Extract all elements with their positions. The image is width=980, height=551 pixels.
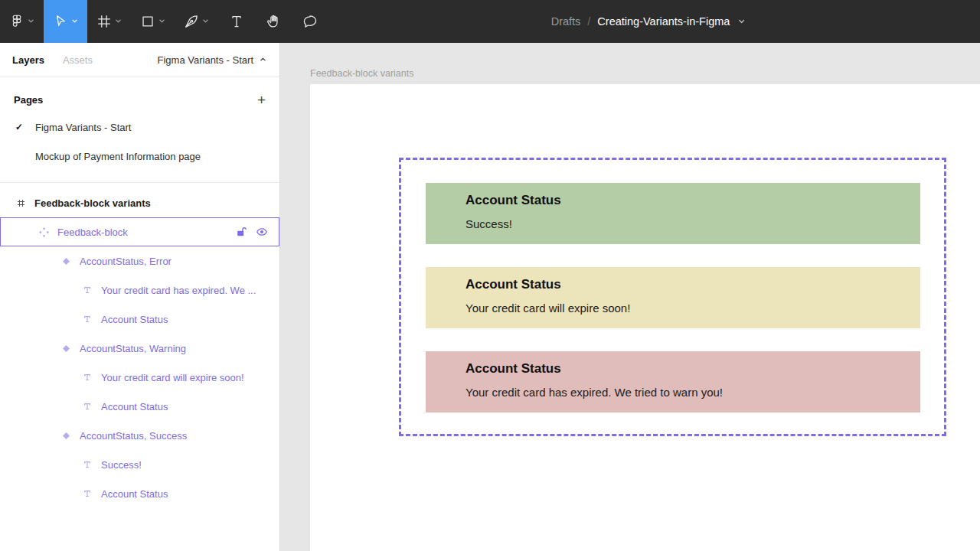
layer-name: Success! xyxy=(101,459,142,471)
variant-title: Account Status xyxy=(466,193,905,208)
page-item[interactable]: ✓Figma Variants - Start xyxy=(0,112,279,142)
page-item[interactable]: Mockup of Payment Information page xyxy=(0,142,279,171)
page-switcher-label: Figma Variants - Start xyxy=(158,54,253,66)
frame-tool[interactable] xyxy=(87,0,131,43)
layer-row-text[interactable]: Your credit card has expired. We ... xyxy=(0,276,279,305)
chevron-down-icon[interactable] xyxy=(737,15,746,28)
component-icon xyxy=(59,256,73,266)
text-icon xyxy=(80,401,94,412)
main-menu-button[interactable] xyxy=(0,0,44,43)
variant-card-error[interactable]: Account StatusYour credit card has expir… xyxy=(426,351,920,412)
page-name: Figma Variants - Start xyxy=(35,122,131,133)
chevron-down-icon xyxy=(114,16,122,28)
layer-row-text[interactable]: Your credit card will expire soon! xyxy=(0,363,279,392)
variant-message: Your credit card has expired. We tried t… xyxy=(466,386,905,399)
pages-list: ✓Figma Variants - StartMockup of Payment… xyxy=(0,112,279,171)
left-sidebar: Layers Assets Figma Variants - Start Pag… xyxy=(0,43,280,551)
comment-icon xyxy=(302,13,318,30)
layer-row-component-set[interactable]: Feedback-block xyxy=(0,217,279,246)
layer-name: Your credit card has expired. We ... xyxy=(101,285,256,296)
cursor-icon xyxy=(52,13,69,30)
tool-group xyxy=(0,0,328,43)
pen-icon xyxy=(183,13,200,30)
layer-name: Your credit card will expire soon! xyxy=(101,372,244,383)
layer-row-component[interactable]: AccountStatus, Error xyxy=(0,246,279,276)
breadcrumb-document-title[interactable]: Creating-Variants-in-Figma xyxy=(597,15,730,28)
move-tool[interactable] xyxy=(44,0,87,43)
pages-title: Pages xyxy=(14,94,43,106)
layer-row-text[interactable]: Account Status xyxy=(0,305,279,334)
breadcrumb: Drafts / Creating-Variants-in-Figma xyxy=(551,0,746,43)
text-tool[interactable] xyxy=(218,0,255,43)
tab-assets[interactable]: Assets xyxy=(63,54,93,66)
variant-message: Success! xyxy=(466,217,905,231)
add-page-button[interactable]: + xyxy=(257,93,266,107)
pen-tool[interactable] xyxy=(175,0,218,43)
tab-layers[interactable]: Layers xyxy=(12,54,44,66)
text-icon xyxy=(80,285,94,295)
variant-card-warning[interactable]: Account StatusYour credit card will expi… xyxy=(426,267,920,328)
layer-name: Account Status xyxy=(101,488,168,500)
layer-row-component[interactable]: AccountStatus, Success xyxy=(0,421,279,450)
chevron-down-icon xyxy=(158,16,166,28)
breadcrumb-drafts[interactable]: Drafts xyxy=(551,15,581,28)
frame-label[interactable]: Feedback-block variants xyxy=(310,68,413,79)
hand-icon xyxy=(265,13,282,30)
layer-actions xyxy=(234,226,268,238)
component-icon xyxy=(59,344,73,354)
layer-row-text[interactable]: Success! xyxy=(0,450,279,479)
page-switcher[interactable]: Figma Variants - Start xyxy=(158,54,267,66)
layer-name: AccountStatus, Success xyxy=(80,430,187,442)
pages-section: Pages + ✓Figma Variants - StartMockup of… xyxy=(0,77,279,183)
component-set-feedback-block[interactable]: Account StatusSuccess!Account StatusYour… xyxy=(399,158,946,436)
frame-icon xyxy=(14,198,28,208)
breadcrumb-separator: / xyxy=(587,15,590,28)
frame-feedback-block-variants[interactable]: Account StatusSuccess!Account StatusYour… xyxy=(310,84,980,551)
component-set-icon xyxy=(37,227,51,238)
chevron-up-icon xyxy=(259,54,267,66)
component-icon xyxy=(59,431,73,441)
check-icon: ✓ xyxy=(15,122,35,132)
frame-icon xyxy=(96,13,113,30)
page-name: Mockup of Payment Information page xyxy=(35,151,201,162)
layer-name: Feedback-block variants xyxy=(34,197,151,209)
chevron-down-icon xyxy=(27,16,35,28)
panel-tabs: Layers Assets Figma Variants - Start xyxy=(0,43,279,77)
canvas[interactable]: Feedback-block variants Account StatusSu… xyxy=(280,43,980,551)
figma-app: Drafts / Creating-Variants-in-Figma Laye… xyxy=(0,0,980,551)
variant-title: Account Status xyxy=(466,277,905,292)
layer-name: Account Status xyxy=(101,314,168,325)
layers-tree: Feedback-block variantsFeedback-blockAcc… xyxy=(0,183,279,508)
layer-name: AccountStatus, Error xyxy=(80,256,172,267)
hand-tool[interactable] xyxy=(255,0,292,43)
layer-name: Feedback-block xyxy=(57,227,128,238)
comment-tool[interactable] xyxy=(292,0,328,43)
toolbar: Drafts / Creating-Variants-in-Figma xyxy=(0,0,980,43)
text-icon xyxy=(228,13,245,30)
layer-row-component[interactable]: AccountStatus, Warning xyxy=(0,334,279,363)
text-icon xyxy=(80,488,94,499)
eye-icon[interactable] xyxy=(256,226,268,238)
text-icon xyxy=(80,314,94,324)
layer-name: AccountStatus, Warning xyxy=(80,343,186,354)
rectangle-icon xyxy=(139,13,156,30)
unlock-icon[interactable] xyxy=(234,226,247,238)
chevron-down-icon xyxy=(70,16,79,28)
figma-logo-icon xyxy=(8,13,25,30)
variant-title: Account Status xyxy=(466,361,905,377)
pages-header: Pages + xyxy=(0,86,279,112)
layer-row-text[interactable]: Account Status xyxy=(0,479,279,508)
layer-name: Account Status xyxy=(101,401,168,412)
layer-row-frame[interactable]: Feedback-block variants xyxy=(0,188,279,217)
text-icon xyxy=(80,459,94,470)
chevron-down-icon xyxy=(201,16,210,28)
shape-tool[interactable] xyxy=(131,0,175,43)
layer-row-text[interactable]: Account Status xyxy=(0,392,279,421)
variant-card-success[interactable]: Account StatusSuccess! xyxy=(426,183,920,244)
variant-message: Your credit card will expire soon! xyxy=(466,302,905,315)
text-icon xyxy=(80,372,94,383)
